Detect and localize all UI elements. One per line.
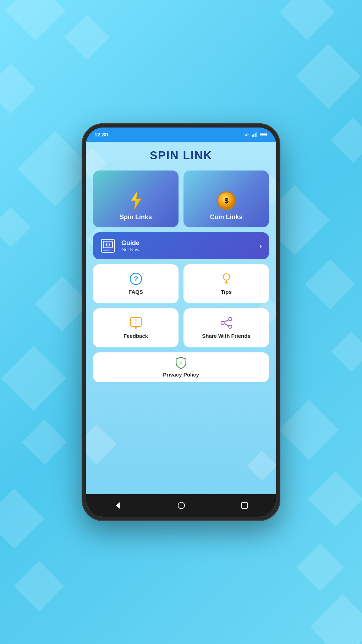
feedback-button[interactable]: Feedback — [93, 308, 179, 347]
recent-nav-icon — [241, 502, 248, 509]
svg-rect-6 — [267, 134, 267, 135]
tips-button[interactable]: Tips — [183, 264, 269, 303]
deco — [86, 424, 117, 464]
status-time: 12:30 — [94, 131, 108, 137]
svg-line-28 — [223, 274, 223, 275]
svg-marker-7 — [131, 191, 141, 210]
back-nav-icon — [114, 502, 122, 509]
tips-label: Tips — [221, 289, 232, 295]
svg-line-39 — [224, 320, 229, 322]
share-icon — [220, 316, 233, 329]
spin-links-label: Spin Links — [120, 213, 152, 221]
guide-button[interactable]: Guide Get Now › — [93, 232, 269, 259]
svg-point-38 — [229, 325, 232, 328]
phone-screen: 12:30 — [86, 128, 276, 517]
signal-icon — [252, 132, 258, 137]
feedback-label: Feedback — [124, 333, 148, 339]
privacy-policy-label: Privacy Policy — [163, 372, 199, 378]
svg-rect-13 — [103, 241, 113, 248]
guide-arrow-icon: › — [259, 242, 262, 250]
guide-icon — [100, 238, 116, 254]
svg-point-37 — [221, 321, 224, 325]
svg-line-29 — [229, 274, 230, 275]
svg-line-40 — [224, 324, 229, 326]
svg-rect-1 — [253, 134, 254, 137]
privacy-icon — [175, 357, 187, 369]
share-button[interactable]: Share With Friends — [183, 308, 269, 347]
feedback-icon — [130, 316, 142, 329]
privacy-policy-button[interactable]: Privacy Policy — [93, 352, 269, 382]
coin-links-button[interactable]: $ Coin Links — [183, 171, 269, 227]
battery-icon — [260, 132, 268, 137]
bottom-nav-bar — [86, 494, 276, 517]
svg-point-36 — [229, 318, 232, 321]
svg-rect-2 — [255, 133, 256, 137]
wifi-icon — [243, 132, 250, 137]
svg-marker-35 — [134, 326, 138, 329]
svg-point-44 — [178, 502, 185, 508]
guide-subtitle: Get Now — [121, 247, 259, 252]
app-content: SPIN LINK — [86, 142, 276, 494]
status-icons — [243, 132, 268, 137]
faqs-button[interactable]: ? FAQS — [93, 264, 179, 303]
svg-point-41 — [180, 362, 181, 363]
back-nav-button[interactable] — [105, 498, 130, 513]
coin-icon: $ — [216, 191, 236, 211]
main-buttons-row: Spin Links — [93, 171, 269, 227]
grid-buttons: ? FAQS — [93, 264, 269, 347]
svg-text:$: $ — [224, 196, 229, 204]
svg-marker-43 — [116, 502, 120, 508]
guide-title: Guide — [121, 239, 259, 247]
lightning-icon — [126, 191, 146, 211]
share-label: Share With Friends — [202, 333, 251, 339]
home-nav-icon — [177, 502, 185, 509]
faqs-label: FAQS — [128, 289, 143, 295]
svg-text:?: ? — [133, 275, 138, 283]
recent-nav-button[interactable] — [232, 498, 257, 513]
svg-point-23 — [223, 274, 230, 280]
svg-rect-45 — [242, 502, 248, 508]
tips-icon — [220, 272, 233, 285]
svg-rect-3 — [256, 132, 257, 137]
home-nav-button[interactable] — [169, 498, 194, 513]
guide-text: Guide Get Now — [121, 239, 259, 252]
spin-links-button[interactable]: Spin Links — [93, 171, 179, 227]
phone-frame: 12:30 — [82, 123, 280, 521]
deco — [247, 450, 276, 481]
svg-rect-5 — [260, 134, 266, 136]
coin-links-label: Coin Links — [210, 213, 242, 221]
faqs-icon: ? — [130, 272, 142, 285]
svg-point-34 — [135, 319, 137, 321]
app-title: SPIN LINK — [93, 149, 269, 162]
svg-rect-0 — [252, 135, 253, 137]
status-bar: 12:30 — [86, 128, 276, 142]
